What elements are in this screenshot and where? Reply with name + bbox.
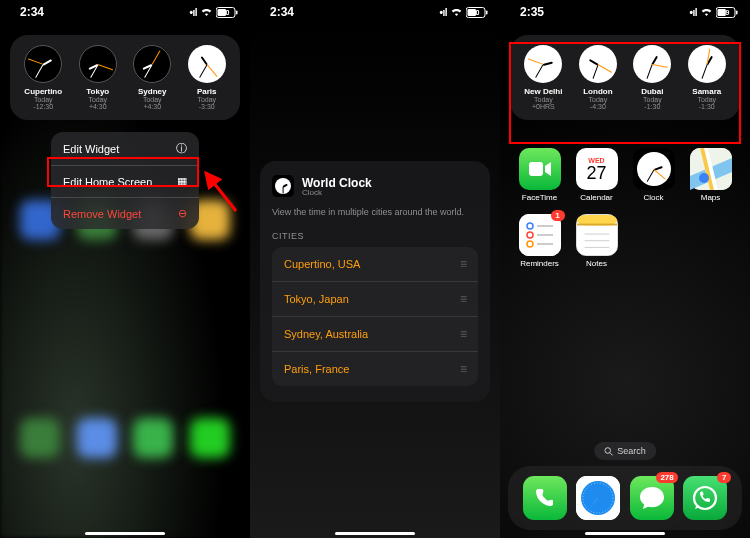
world-clock-new-delhi: New DelhiToday+0HRS [524, 45, 562, 110]
world-clock-sydney: SydneyToday+4:30 [133, 45, 171, 110]
world-clock-tokyo: TokyoToday+4:30 [79, 45, 117, 110]
wifi-icon [450, 7, 463, 17]
home-indicator[interactable] [585, 532, 665, 535]
info-icon: ⓘ [176, 141, 187, 156]
dock-whatsapp[interactable]: 7 [683, 476, 727, 520]
city-list: Cupertino, USA≡Tokyo, Japan≡Sydney, Aust… [272, 247, 478, 386]
cellular-icon [689, 5, 697, 19]
battery-icon: 50 [466, 7, 488, 18]
app-maps[interactable]: Maps [685, 148, 736, 202]
svg-line-30 [610, 452, 613, 455]
status-bar: 2:34 50 [250, 0, 500, 21]
app-grid: FaceTime WED 27 Calendar Clock Maps [500, 134, 750, 268]
app-reminders[interactable]: 1 Reminders [514, 214, 565, 268]
arrow-annotation [200, 165, 240, 215]
status-time: 2:34 [20, 5, 44, 19]
world-clock-widget[interactable]: New DelhiToday+0HRSLondonToday-4:30Dubai… [510, 35, 740, 120]
status-time: 2:35 [520, 5, 544, 19]
app-facetime[interactable]: FaceTime [514, 148, 565, 202]
battery-icon: 50 [216, 7, 238, 18]
svg-rect-3 [236, 10, 238, 14]
menu-edit-widget[interactable]: Edit Widget ⓘ [51, 132, 199, 166]
badge: 278 [656, 472, 677, 483]
city-row[interactable]: Paris, France≡ [272, 352, 478, 386]
svg-line-4 [206, 173, 236, 211]
dock-phone[interactable] [523, 476, 567, 520]
editor-description: View the time in multiple cities around … [272, 207, 478, 217]
app-calendar[interactable]: WED 27 Calendar [571, 148, 622, 202]
notes-icon [576, 214, 618, 256]
app-clock[interactable]: Clock [628, 148, 679, 202]
svg-text:50: 50 [472, 9, 480, 16]
panel-context-menu: 2:34 50 CupertinoToday-12:30TokyoToday+4… [0, 0, 250, 538]
menu-remove-widget[interactable]: Remove Widget ⊖ [51, 198, 199, 229]
world-clock-widget[interactable]: CupertinoToday-12:30TokyoToday+4:30Sydne… [10, 35, 240, 120]
drag-handle-icon[interactable]: ≡ [460, 362, 466, 376]
minus-circle-icon: ⊖ [178, 207, 187, 220]
widget-editor-card: World Clock Clock View the time in multi… [260, 161, 490, 402]
whatsapp-icon: 7 [683, 476, 727, 520]
panel-home-screen: 2:35 49 New DelhiToday+0HRSLondonToday-4… [500, 0, 750, 538]
svg-text:49: 49 [722, 9, 730, 16]
city-row[interactable]: Tokyo, Japan≡ [272, 282, 478, 317]
drag-handle-icon[interactable]: ≡ [460, 257, 466, 271]
clock-app-icon [272, 175, 294, 197]
panel-widget-editor: 2:34 50 World Clock Clock View the time … [250, 0, 500, 538]
svg-rect-25 [577, 224, 617, 226]
drag-handle-icon[interactable]: ≡ [460, 292, 466, 306]
dock-safari[interactable] [576, 476, 620, 520]
world-clock-dubai: DubaiToday-1:30 [633, 45, 671, 110]
svg-rect-12 [736, 10, 738, 14]
svg-rect-8 [486, 10, 488, 14]
home-indicator[interactable] [335, 532, 415, 535]
messages-icon: 278 [630, 476, 674, 520]
cellular-icon [439, 5, 447, 19]
world-clock-samara: SamaraToday-1:30 [688, 45, 726, 110]
status-bar: 2:34 50 [0, 0, 250, 21]
city-row[interactable]: Cupertino, USA≡ [272, 247, 478, 282]
status-icons: 49 [689, 5, 738, 19]
status-icons: 50 [189, 5, 238, 19]
reminders-icon: 1 [519, 214, 561, 256]
cellular-icon [189, 5, 197, 19]
apps-icon: ▦ [177, 175, 187, 188]
menu-edit-home-screen[interactable]: Edit Home Screen ▦ [51, 166, 199, 198]
battery-icon: 49 [716, 7, 738, 18]
widget-context-menu: Edit Widget ⓘ Edit Home Screen ▦ Remove … [51, 132, 199, 229]
home-indicator[interactable] [85, 532, 165, 535]
svg-text:50: 50 [222, 9, 230, 16]
dock-messages[interactable]: 278 [630, 476, 674, 520]
badge: 7 [717, 472, 731, 483]
dock: 278 7 [508, 466, 742, 530]
drag-handle-icon[interactable]: ≡ [460, 327, 466, 341]
clock-icon [633, 148, 675, 190]
city-row[interactable]: Sydney, Australia≡ [272, 317, 478, 352]
search-pill[interactable]: Search [594, 442, 656, 460]
phone-icon [523, 476, 567, 520]
facetime-icon [519, 148, 561, 190]
status-bar: 2:35 49 [500, 0, 750, 21]
status-icons: 50 [439, 5, 488, 19]
safari-icon [576, 476, 620, 520]
cities-section-label: CITIES [272, 231, 478, 241]
wifi-icon [200, 7, 213, 17]
status-time: 2:34 [270, 5, 294, 19]
world-clock-cupertino: CupertinoToday-12:30 [24, 45, 62, 110]
search-icon [604, 447, 613, 456]
world-clock-london: LondonToday-4:30 [579, 45, 617, 110]
wifi-icon [700, 7, 713, 17]
svg-rect-13 [529, 162, 543, 176]
calendar-icon: WED 27 [576, 148, 618, 190]
maps-icon [690, 148, 732, 190]
world-clock-paris: ParisToday-3:30 [188, 45, 226, 110]
app-notes[interactable]: Notes [571, 214, 622, 268]
svg-point-29 [605, 447, 611, 453]
badge: 1 [551, 210, 565, 221]
